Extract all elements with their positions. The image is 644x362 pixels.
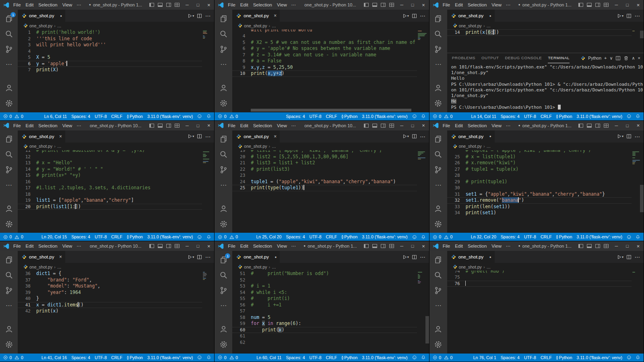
status-indentation[interactable]: Spaces: 4 (71, 234, 90, 239)
customize-layout-button[interactable] (173, 1, 181, 9)
editor-more-actions-button[interactable]: ⋯ (204, 253, 212, 261)
minimize-button[interactable]: ─ (182, 241, 192, 251)
bell-icon[interactable] (421, 235, 426, 240)
settings-icon[interactable] (0, 337, 18, 352)
source-control-icon[interactable] (215, 41, 232, 57)
breadcrumb[interactable]: one_shot.py›… (447, 263, 644, 271)
run-dropdown-icon[interactable]: ▾ (622, 134, 623, 138)
settings-icon[interactable] (0, 96, 18, 111)
status-language[interactable]: {}Python (127, 114, 143, 119)
menu-item-edit[interactable]: Edit (452, 123, 465, 128)
close-button[interactable]: × (633, 0, 644, 10)
tab-modified-dot-icon[interactable]: ● (275, 255, 277, 259)
explorer-icon[interactable] (215, 132, 232, 147)
status-cursor-position[interactable]: Ln 20, Col 15 (41, 234, 67, 239)
explorer-icon[interactable] (0, 252, 18, 267)
maximize-button[interactable]: □ (407, 241, 418, 251)
more-icon[interactable]: ⋯ (215, 178, 232, 193)
customize-layout-button[interactable] (603, 1, 610, 9)
vscode-logo-icon[interactable] (433, 2, 439, 8)
feedback-icon[interactable] (412, 114, 417, 119)
menu-item-edit[interactable]: Edit (238, 244, 251, 248)
close-button[interactable]: × (418, 121, 429, 130)
minimize-button[interactable]: ─ (396, 0, 407, 10)
status-language[interactable]: {}Python (556, 234, 572, 239)
close-button[interactable]: × (203, 0, 214, 10)
search-icon[interactable] (215, 267, 232, 283)
breadcrumb-file[interactable]: one_shot.py (244, 23, 267, 28)
toggle-panel-button[interactable] (371, 122, 379, 130)
account-icon[interactable] (0, 81, 18, 96)
menu-item-view[interactable]: View (275, 2, 289, 7)
run-dropdown-icon[interactable]: ▾ (192, 134, 194, 138)
source-control-icon[interactable] (0, 283, 18, 298)
editor-more-actions-button[interactable]: ⋯ (634, 253, 641, 261)
status-indentation[interactable]: Spaces: 4 (71, 114, 90, 119)
split-editor-button[interactable] (625, 253, 633, 261)
more-icon[interactable]: ⋯ (0, 178, 18, 193)
customize-layout-button[interactable] (603, 242, 610, 250)
status-cursor-position[interactable]: Ln 6, Col 11 (44, 114, 67, 119)
feedback-icon[interactable] (412, 235, 417, 240)
menu-item-edit[interactable]: Edit (238, 123, 251, 128)
status-encoding[interactable]: UTF-8 (524, 114, 536, 119)
toggle-panel-button[interactable] (371, 242, 379, 250)
vertical-scrollbar[interactable] (425, 316, 429, 343)
toggle-sidebar-button[interactable] (148, 122, 155, 130)
status-encoding[interactable]: UTF-8 (524, 355, 536, 360)
status-problems[interactable]: 00 (433, 114, 454, 119)
status-indentation[interactable]: Spaces: 4 (286, 114, 305, 119)
account-icon[interactable] (429, 81, 447, 96)
toggle-sidebar-button[interactable] (577, 1, 585, 9)
minimize-button[interactable]: ─ (182, 0, 192, 10)
toggle-sidebar-button[interactable] (577, 122, 585, 130)
menu-item-edit[interactable]: Edit (452, 2, 465, 7)
breadcrumb-file[interactable]: one_shot.py (29, 23, 52, 28)
status-language[interactable]: {}Python (556, 114, 572, 119)
settings-icon[interactable] (429, 96, 447, 111)
editor-more-actions-button[interactable]: ⋯ (419, 132, 427, 141)
menu-item-selection[interactable]: Selection (251, 244, 275, 248)
settings-icon[interactable] (0, 216, 18, 232)
status-cursor-position[interactable]: Ln 41, Col 16 (41, 355, 67, 360)
tab-one-shot-py[interactable]: one_shot.py× (18, 130, 65, 143)
source-control-icon[interactable] (429, 283, 447, 298)
tab-modified-dot-icon[interactable]: ● (60, 14, 62, 18)
menu-overflow-icon[interactable]: ⋯ (74, 123, 83, 128)
toggle-secondary-sidebar-button[interactable] (165, 122, 172, 130)
status-interpreter[interactable]: 3.11.0 ('flask-env': venv) (577, 355, 622, 360)
breadcrumb-file[interactable]: one_shot.py (244, 265, 267, 269)
account-icon[interactable] (0, 201, 18, 216)
minimap[interactable] (203, 272, 213, 280)
toggle-sidebar-button[interactable] (148, 1, 155, 9)
run-dropdown-icon[interactable]: ▾ (407, 14, 409, 18)
tab-one-shot-py[interactable]: one_shot.py× (18, 251, 65, 263)
status-eol[interactable]: CRLF (111, 234, 122, 239)
status-interpreter[interactable]: 3.11.0 ('flask-env': venv) (147, 114, 193, 119)
new-terminal-button[interactable]: + (604, 56, 607, 60)
maximize-button[interactable]: □ (622, 121, 633, 130)
terminal-dropdown-icon[interactable]: ∨ (609, 56, 613, 61)
toggle-panel-button[interactable] (156, 1, 164, 9)
feedback-icon[interactable] (627, 355, 632, 360)
source-control-icon[interactable] (0, 41, 18, 57)
feedback-icon[interactable] (197, 355, 202, 360)
search-icon[interactable] (0, 267, 18, 283)
status-eol[interactable]: CRLF (111, 355, 122, 360)
terminal-output[interactable]: on 101/flask-env/Scripts/python.exe" "c:… (447, 63, 644, 112)
explorer-icon[interactable] (0, 132, 18, 147)
toggle-secondary-sidebar-button[interactable] (594, 122, 602, 130)
maximize-button[interactable]: □ (622, 0, 633, 10)
toggle-panel-button[interactable] (156, 242, 164, 250)
more-icon[interactable]: ⋯ (0, 298, 18, 313)
search-icon[interactable] (429, 26, 447, 41)
breadcrumb-symbol[interactable]: … (487, 23, 491, 28)
more-icon[interactable]: ⋯ (215, 57, 232, 72)
maximize-button[interactable]: □ (192, 0, 203, 10)
account-icon[interactable] (215, 322, 232, 337)
menu-item-selection[interactable]: Selection (465, 2, 489, 7)
maximize-button[interactable]: □ (192, 241, 203, 251)
minimize-button[interactable]: ─ (611, 241, 622, 251)
source-control-icon[interactable] (429, 41, 447, 57)
tab-close-icon[interactable]: × (59, 134, 62, 139)
